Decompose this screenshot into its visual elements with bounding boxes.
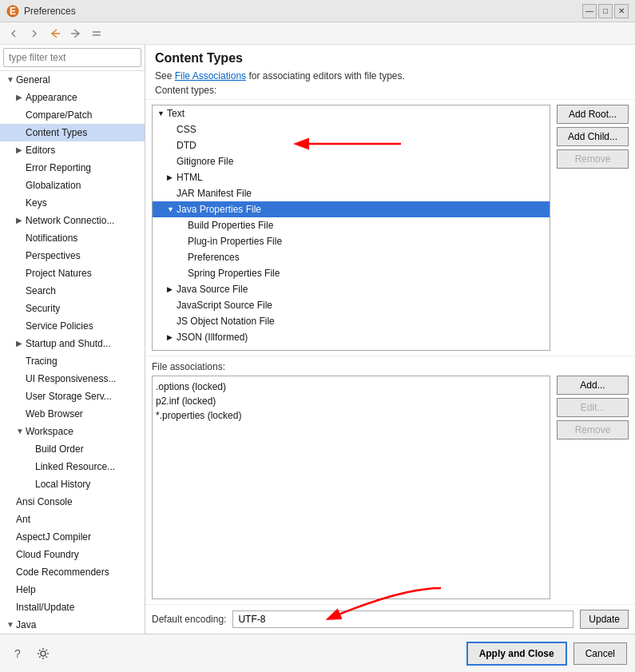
sidebar-item-24[interactable]: Ansi Console xyxy=(0,493,145,511)
ct-label-2: DTD xyxy=(177,138,196,153)
sidebar-item-25[interactable]: Ant xyxy=(0,511,145,528)
ct-item-12[interactable]: JavaScript Source File xyxy=(153,297,550,313)
ct-item-10[interactable]: Spring Properties File xyxy=(153,265,550,281)
sidebar-item-1[interactable]: ▶ Appearance xyxy=(0,89,145,106)
svg-point-2 xyxy=(41,651,46,656)
help-btn[interactable]: ? xyxy=(8,644,27,663)
prefs-icon-btn[interactable] xyxy=(34,644,53,663)
sidebar-item-11[interactable]: Project Natures xyxy=(0,264,145,282)
update-btn[interactable]: Update xyxy=(580,610,629,629)
sidebar-item-9[interactable]: Notifications xyxy=(0,229,145,247)
sidebar-item-0[interactable]: ▼ General xyxy=(0,71,145,89)
ct-item-9[interactable]: Preferences xyxy=(153,249,550,265)
cancel-btn[interactable]: Cancel xyxy=(573,642,627,665)
sidebar-label-16: Tracing xyxy=(26,354,58,368)
toolbar xyxy=(0,22,635,45)
sidebar-item-2[interactable]: Compare/Patch xyxy=(0,106,145,124)
sidebar-item-6[interactable]: Globalization xyxy=(0,177,145,194)
sidebar-item-23[interactable]: Local History xyxy=(0,475,145,493)
ct-item-0[interactable]: ▼Text xyxy=(153,105,550,121)
app-icon: E xyxy=(6,5,19,18)
minimize-btn[interactable]: — xyxy=(582,4,597,18)
sidebar-label-2: Compare/Patch xyxy=(26,108,92,122)
ct-item-5[interactable]: JAR Manifest File xyxy=(153,185,550,201)
sidebar-item-17[interactable]: UI Responsiveness... xyxy=(0,370,145,388)
sidebar-item-16[interactable]: Tracing xyxy=(0,352,145,370)
sidebar-item-14[interactable]: Service Policies xyxy=(0,317,145,335)
sidebar-label-23: Local History xyxy=(35,477,90,491)
sidebar-label-18: User Storage Serv... xyxy=(26,389,112,404)
file-assoc-link[interactable]: File Associations xyxy=(175,70,246,82)
sidebar-item-27[interactable]: Cloud Foundry xyxy=(0,546,145,563)
ct-item-2[interactable]: DTD xyxy=(153,137,550,153)
ct-item-13[interactable]: JS Object Notation File xyxy=(153,313,550,329)
encoding-input[interactable] xyxy=(232,610,573,628)
bottom-left: ? xyxy=(8,644,53,663)
sidebar-item-7[interactable]: Keys xyxy=(0,194,145,212)
back-btn[interactable] xyxy=(5,25,22,42)
sidebar-item-26[interactable]: AspectJ Compiler xyxy=(0,528,145,546)
sidebar-item-4[interactable]: ▶ Editors xyxy=(0,141,145,159)
ct-item-1[interactable]: CSS xyxy=(153,121,550,137)
sidebar-item-19[interactable]: Web Browser xyxy=(0,405,145,423)
forward-btn[interactable] xyxy=(26,25,43,42)
sidebar-label-13: Security xyxy=(26,301,60,316)
sidebar-label-0: General xyxy=(16,73,50,87)
body-split: ▼ General▶ AppearanceCompare/PatchConten… xyxy=(0,45,635,634)
file-assoc-list[interactable]: .options (locked)p2.inf (locked)*.proper… xyxy=(152,376,550,599)
sidebar-item-15[interactable]: ▶ Startup and Shutd... xyxy=(0,335,145,352)
sidebar-item-18[interactable]: User Storage Serv... xyxy=(0,388,145,405)
sidebar-label-15: Startup and Shutd... xyxy=(26,336,111,351)
fa-item-2[interactable]: *.properties (locked) xyxy=(156,408,546,423)
add-child-btn[interactable]: Add Child... xyxy=(557,127,629,146)
filter-input[interactable] xyxy=(3,48,141,67)
bottom-right: Apply and Close Cancel xyxy=(466,642,627,666)
toolbar-arrow-back[interactable] xyxy=(46,25,64,42)
toolbar-arrow-fwd[interactable] xyxy=(67,25,85,42)
maximize-btn[interactable]: □ xyxy=(598,4,613,18)
fa-item-0[interactable]: .options (locked) xyxy=(156,380,546,394)
panel-header: Content Types See File Associations for … xyxy=(145,45,635,100)
sidebar-item-31[interactable]: ▼ Java xyxy=(0,616,145,634)
fa-edit-btn[interactable]: Edit... xyxy=(557,398,629,417)
sidebar-label-9: Notifications xyxy=(26,231,77,245)
add-root-btn[interactable]: Add Root... xyxy=(557,105,629,124)
ct-item-14[interactable]: ▶JSON (Illformed) xyxy=(153,329,550,345)
ct-item-7[interactable]: Build Properties File xyxy=(153,217,550,233)
sidebar-label-30: Install/Update xyxy=(16,600,74,614)
ct-item-8[interactable]: Plug-in Properties File xyxy=(153,233,550,249)
toolbar-menu-btn[interactable] xyxy=(88,25,105,42)
fa-item-1[interactable]: p2.inf (locked) xyxy=(156,394,546,408)
ct-label-8: Plug-in Properties File xyxy=(188,234,282,249)
window-title: Preferences xyxy=(24,6,582,17)
sidebar-item-21[interactable]: Build Order xyxy=(0,440,145,458)
ct-item-6[interactable]: ▼Java Properties File xyxy=(153,201,550,217)
ct-item-3[interactable]: Gitignore File xyxy=(153,153,550,169)
sidebar-item-20[interactable]: ▼ Workspace xyxy=(0,423,145,440)
sidebar-label-20: Workspace xyxy=(26,424,73,439)
content-types-tree[interactable]: ▼TextCSSDTDGitignore File▶HTMLJAR Manife… xyxy=(152,105,550,351)
ct-item-11[interactable]: ▶Java Source File xyxy=(153,281,550,297)
ct-item-4[interactable]: ▶HTML xyxy=(153,169,550,185)
sidebar-item-29[interactable]: Help xyxy=(0,581,145,598)
fa-add-btn[interactable]: Add... xyxy=(557,376,629,395)
close-btn[interactable]: ✕ xyxy=(614,4,629,18)
main-content: ▼ General▶ AppearanceCompare/PatchConten… xyxy=(0,22,635,672)
sidebar-label-17: UI Responsiveness... xyxy=(26,372,116,386)
sidebar-item-30[interactable]: Install/Update xyxy=(0,598,145,616)
sidebar-item-3[interactable]: Content Types xyxy=(0,124,145,141)
sidebar-item-8[interactable]: ▶ Network Connectio... xyxy=(0,212,145,229)
sidebar-item-10[interactable]: Perspectives xyxy=(0,247,145,264)
sidebar-item-13[interactable]: Security xyxy=(0,300,145,317)
sidebar-label-31: Java xyxy=(16,618,36,632)
sidebar-label-27: Cloud Foundry xyxy=(16,547,79,562)
fa-remove-btn[interactable]: Remove xyxy=(557,420,629,439)
apply-close-btn[interactable]: Apply and Close xyxy=(466,642,567,666)
content-types-section: ▼TextCSSDTDGitignore File▶HTMLJAR Manife… xyxy=(152,105,550,351)
ct-remove-btn[interactable]: Remove xyxy=(557,149,629,169)
sidebar-item-22[interactable]: Linked Resource... xyxy=(0,458,145,475)
sidebar-item-28[interactable]: Code Recommenders xyxy=(0,563,145,581)
sidebar-item-5[interactable]: Error Reporting xyxy=(0,159,145,177)
sidebar-item-12[interactable]: Search xyxy=(0,282,145,300)
ct-arrow-14: ▶ xyxy=(167,330,175,344)
